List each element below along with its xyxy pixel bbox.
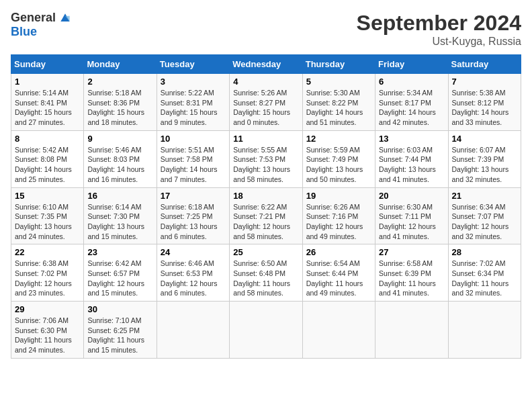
day-number: 1 — [15, 77, 80, 87]
calendar-week-4: 22Sunrise: 6:38 AMSunset: 7:02 PMDayligh… — [11, 244, 521, 302]
day-number: 10 — [161, 134, 226, 144]
logo-icon — [58, 11, 72, 25]
calendar-cell: 15Sunrise: 6:10 AMSunset: 7:35 PMDayligh… — [11, 187, 84, 244]
calendar-cell: 12Sunrise: 5:59 AMSunset: 7:49 PMDayligh… — [302, 130, 375, 187]
calendar-week-1: 1Sunrise: 5:14 AMSunset: 8:41 PMDaylight… — [11, 74, 521, 131]
day-number: 24 — [161, 247, 226, 257]
day-info: Sunrise: 6:22 AMSunset: 7:21 PMDaylight:… — [233, 202, 298, 242]
day-number: 3 — [161, 77, 226, 87]
day-number: 19 — [306, 191, 371, 201]
calendar-cell — [230, 302, 302, 359]
day-number: 13 — [379, 134, 444, 144]
calendar-table: Sunday Monday Tuesday Wednesday Thursday… — [11, 54, 521, 359]
calendar-cell: 27Sunrise: 6:58 AMSunset: 6:39 PMDayligh… — [375, 244, 448, 302]
calendar-cell: 6Sunrise: 5:34 AMSunset: 8:17 PMDaylight… — [375, 74, 448, 131]
day-number: 20 — [379, 191, 444, 201]
calendar-cell: 11Sunrise: 5:55 AMSunset: 7:53 PMDayligh… — [230, 130, 302, 187]
title-block: September 2024 Ust-Kuyga, Russia — [357, 11, 521, 48]
day-number: 29 — [15, 304, 80, 314]
day-number: 12 — [306, 134, 371, 144]
logo-blue: Blue — [11, 25, 37, 39]
day-number: 2 — [87, 77, 152, 87]
day-info: Sunrise: 5:38 AMSunset: 8:12 PMDaylight:… — [452, 88, 517, 128]
col-friday: Friday — [375, 55, 448, 74]
calendar-cell: 20Sunrise: 6:30 AMSunset: 7:11 PMDayligh… — [375, 187, 448, 244]
calendar-week-5: 29Sunrise: 7:06 AMSunset: 6:30 PMDayligh… — [11, 302, 521, 359]
calendar-cell: 29Sunrise: 7:06 AMSunset: 6:30 PMDayligh… — [11, 302, 84, 359]
calendar-cell: 3Sunrise: 5:22 AMSunset: 8:31 PMDaylight… — [157, 74, 229, 131]
day-info: Sunrise: 6:10 AMSunset: 7:35 PMDaylight:… — [15, 202, 80, 242]
calendar-cell: 19Sunrise: 6:26 AMSunset: 7:16 PMDayligh… — [302, 187, 375, 244]
calendar-cell: 9Sunrise: 5:46 AMSunset: 8:03 PMDaylight… — [84, 130, 157, 187]
day-info: Sunrise: 6:26 AMSunset: 7:16 PMDaylight:… — [306, 202, 371, 242]
day-info: Sunrise: 5:59 AMSunset: 7:49 PMDaylight:… — [306, 145, 371, 185]
calendar-cell: 21Sunrise: 6:34 AMSunset: 7:07 PMDayligh… — [448, 187, 521, 244]
calendar-cell: 17Sunrise: 6:18 AMSunset: 7:25 PMDayligh… — [157, 187, 229, 244]
day-info: Sunrise: 5:46 AMSunset: 8:03 PMDaylight:… — [87, 145, 152, 185]
day-number: 4 — [233, 77, 298, 87]
day-number: 9 — [87, 134, 152, 144]
location-subtitle: Ust-Kuyga, Russia — [357, 36, 521, 48]
day-info: Sunrise: 5:51 AMSunset: 7:58 PMDaylight:… — [161, 145, 226, 185]
day-number: 15 — [15, 191, 80, 201]
day-info: Sunrise: 5:34 AMSunset: 8:17 PMDaylight:… — [379, 88, 444, 128]
calendar-cell — [375, 302, 448, 359]
calendar-cell: 18Sunrise: 6:22 AMSunset: 7:21 PMDayligh… — [230, 187, 302, 244]
calendar-cell: 30Sunrise: 7:10 AMSunset: 6:25 PMDayligh… — [84, 302, 157, 359]
day-number: 5 — [306, 77, 371, 87]
day-number: 22 — [15, 247, 80, 257]
day-info: Sunrise: 5:14 AMSunset: 8:41 PMDaylight:… — [15, 88, 80, 128]
day-info: Sunrise: 5:30 AMSunset: 8:22 PMDaylight:… — [306, 88, 371, 128]
day-info: Sunrise: 5:22 AMSunset: 8:31 PMDaylight:… — [161, 88, 226, 128]
calendar-cell: 14Sunrise: 6:07 AMSunset: 7:39 PMDayligh… — [448, 130, 521, 187]
day-info: Sunrise: 7:02 AMSunset: 6:34 PMDaylight:… — [452, 259, 517, 298]
day-number: 27 — [379, 247, 444, 257]
col-thursday: Thursday — [302, 55, 375, 74]
day-info: Sunrise: 6:58 AMSunset: 6:39 PMDaylight:… — [379, 259, 444, 298]
day-number: 25 — [233, 247, 298, 257]
calendar-cell: 16Sunrise: 6:14 AMSunset: 7:30 PMDayligh… — [84, 187, 157, 244]
day-info: Sunrise: 6:18 AMSunset: 7:25 PMDaylight:… — [161, 202, 226, 242]
col-tuesday: Tuesday — [157, 55, 229, 74]
calendar-cell: 4Sunrise: 5:26 AMSunset: 8:27 PMDaylight… — [230, 74, 302, 131]
day-info: Sunrise: 5:42 AMSunset: 8:08 PMDaylight:… — [15, 145, 80, 185]
logo-general: General — [11, 11, 56, 25]
day-number: 8 — [15, 134, 80, 144]
day-info: Sunrise: 6:03 AMSunset: 7:44 PMDaylight:… — [379, 145, 444, 185]
calendar-cell: 23Sunrise: 6:42 AMSunset: 6:57 PMDayligh… — [84, 244, 157, 302]
day-number: 23 — [87, 247, 152, 257]
calendar-cell: 26Sunrise: 6:54 AMSunset: 6:44 PMDayligh… — [302, 244, 375, 302]
day-number: 26 — [306, 247, 371, 257]
day-info: Sunrise: 6:34 AMSunset: 7:07 PMDaylight:… — [452, 202, 517, 242]
calendar-cell — [302, 302, 375, 359]
calendar-cell: 25Sunrise: 6:50 AMSunset: 6:48 PMDayligh… — [230, 244, 302, 302]
day-number: 18 — [233, 191, 298, 201]
day-number: 21 — [452, 191, 517, 201]
day-info: Sunrise: 7:10 AMSunset: 6:25 PMDaylight:… — [87, 316, 152, 355]
day-info: Sunrise: 6:50 AMSunset: 6:48 PMDaylight:… — [233, 259, 298, 298]
day-info: Sunrise: 5:55 AMSunset: 7:53 PMDaylight:… — [233, 145, 298, 185]
calendar-cell: 1Sunrise: 5:14 AMSunset: 8:41 PMDaylight… — [11, 74, 84, 131]
calendar-cell: 5Sunrise: 5:30 AMSunset: 8:22 PMDaylight… — [302, 74, 375, 131]
col-monday: Monday — [84, 55, 157, 74]
day-number: 14 — [452, 134, 517, 144]
logo: General Blue — [11, 11, 72, 39]
calendar-cell: 22Sunrise: 6:38 AMSunset: 7:02 PMDayligh… — [11, 244, 84, 302]
calendar-cell: 10Sunrise: 5:51 AMSunset: 7:58 PMDayligh… — [157, 130, 229, 187]
day-info: Sunrise: 5:18 AMSunset: 8:36 PMDaylight:… — [87, 88, 152, 128]
calendar-week-3: 15Sunrise: 6:10 AMSunset: 7:35 PMDayligh… — [11, 187, 521, 244]
day-number: 11 — [233, 134, 298, 144]
day-info: Sunrise: 6:38 AMSunset: 7:02 PMDaylight:… — [15, 259, 80, 298]
day-info: Sunrise: 5:26 AMSunset: 8:27 PMDaylight:… — [233, 88, 298, 128]
day-number: 30 — [87, 304, 152, 314]
calendar-cell: 8Sunrise: 5:42 AMSunset: 8:08 PMDaylight… — [11, 130, 84, 187]
month-title: September 2024 — [357, 11, 521, 36]
day-info: Sunrise: 6:14 AMSunset: 7:30 PMDaylight:… — [87, 202, 152, 242]
day-info: Sunrise: 6:54 AMSunset: 6:44 PMDaylight:… — [306, 259, 371, 298]
col-wednesday: Wednesday — [230, 55, 302, 74]
day-info: Sunrise: 6:42 AMSunset: 6:57 PMDaylight:… — [87, 259, 152, 298]
col-saturday: Saturday — [448, 55, 521, 74]
calendar-cell: 24Sunrise: 6:46 AMSunset: 6:53 PMDayligh… — [157, 244, 229, 302]
calendar-week-2: 8Sunrise: 5:42 AMSunset: 8:08 PMDaylight… — [11, 130, 521, 187]
day-number: 6 — [379, 77, 444, 87]
